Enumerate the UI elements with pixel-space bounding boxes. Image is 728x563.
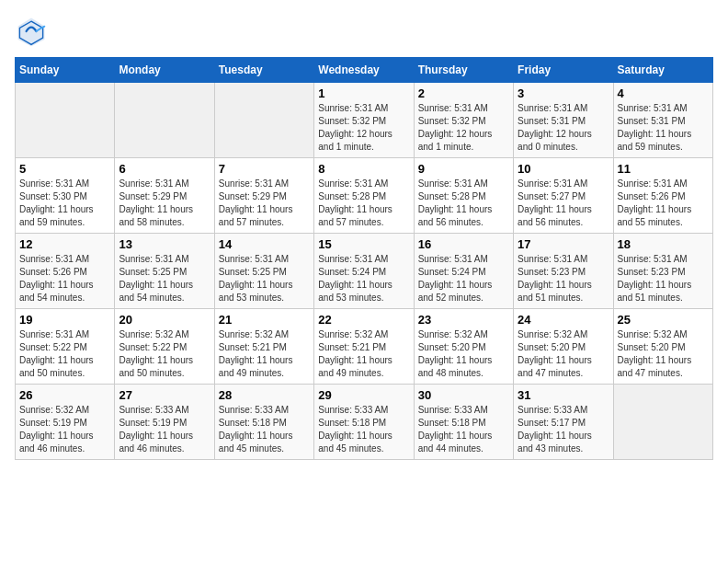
calendar-cell: 22Sunrise: 5:32 AMSunset: 5:21 PMDayligh…: [314, 309, 414, 385]
calendar-cell: [115, 83, 214, 158]
day-number: 27: [119, 388, 210, 402]
cell-details: Sunrise: 5:31 AMSunset: 5:32 PMDaylight:…: [318, 102, 409, 154]
day-number: 9: [418, 162, 509, 176]
day-number: 17: [518, 237, 609, 251]
day-number: 24: [518, 313, 609, 327]
calendar-cell: 20Sunrise: 5:32 AMSunset: 5:22 PMDayligh…: [115, 309, 214, 385]
day-number: 31: [518, 388, 609, 402]
calendar-cell: 31Sunrise: 5:33 AMSunset: 5:17 PMDayligh…: [514, 385, 613, 460]
day-number: 18: [618, 237, 709, 251]
calendar-cell: 21Sunrise: 5:32 AMSunset: 5:21 PMDayligh…: [214, 309, 313, 385]
calendar-week-row: 12Sunrise: 5:31 AMSunset: 5:26 PMDayligh…: [16, 234, 713, 309]
weekday-header: Tuesday: [214, 58, 313, 83]
cell-details: Sunrise: 5:31 AMSunset: 5:24 PMDaylight:…: [318, 253, 409, 304]
calendar-cell: 11Sunrise: 5:31 AMSunset: 5:26 PMDayligh…: [613, 158, 712, 234]
day-number: 1: [318, 86, 409, 100]
weekday-header: Sunday: [16, 58, 115, 83]
cell-details: Sunrise: 5:33 AMSunset: 5:18 PMDaylight:…: [219, 404, 310, 455]
cell-details: Sunrise: 5:31 AMSunset: 5:29 PMDaylight:…: [119, 178, 210, 229]
calendar-cell: 30Sunrise: 5:33 AMSunset: 5:18 PMDayligh…: [414, 385, 513, 460]
weekday-header: Monday: [115, 58, 214, 83]
calendar-cell: 4Sunrise: 5:31 AMSunset: 5:31 PMDaylight…: [613, 83, 712, 158]
cell-details: Sunrise: 5:31 AMSunset: 5:27 PMDaylight:…: [518, 178, 609, 229]
calendar-cell: 3Sunrise: 5:31 AMSunset: 5:31 PMDaylight…: [514, 83, 613, 158]
calendar-cell: 27Sunrise: 5:33 AMSunset: 5:19 PMDayligh…: [115, 385, 214, 460]
day-number: 14: [219, 237, 310, 251]
calendar-cell: 13Sunrise: 5:31 AMSunset: 5:25 PMDayligh…: [115, 234, 214, 309]
day-number: 5: [19, 162, 110, 176]
calendar-cell: 12Sunrise: 5:31 AMSunset: 5:26 PMDayligh…: [16, 234, 115, 309]
cell-details: Sunrise: 5:31 AMSunset: 5:23 PMDaylight:…: [618, 253, 709, 304]
weekday-header: Friday: [514, 58, 613, 83]
calendar-cell: 25Sunrise: 5:32 AMSunset: 5:20 PMDayligh…: [613, 309, 712, 385]
cell-details: Sunrise: 5:31 AMSunset: 5:30 PMDaylight:…: [19, 178, 110, 229]
day-number: 12: [19, 237, 110, 251]
calendar-week-row: 1Sunrise: 5:31 AMSunset: 5:32 PMDaylight…: [16, 83, 713, 158]
calendar-cell: 18Sunrise: 5:31 AMSunset: 5:23 PMDayligh…: [613, 234, 712, 309]
cell-details: Sunrise: 5:32 AMSunset: 5:21 PMDaylight:…: [219, 328, 310, 380]
day-number: 28: [219, 388, 310, 402]
calendar-cell: 6Sunrise: 5:31 AMSunset: 5:29 PMDaylight…: [115, 158, 214, 234]
cell-details: Sunrise: 5:32 AMSunset: 5:20 PMDaylight:…: [618, 328, 709, 380]
calendar-cell: 17Sunrise: 5:31 AMSunset: 5:23 PMDayligh…: [514, 234, 613, 309]
day-number: 11: [618, 162, 709, 176]
calendar: SundayMondayTuesdayWednesdayThursdayFrid…: [15, 57, 713, 460]
calendar-cell: 8Sunrise: 5:31 AMSunset: 5:28 PMDaylight…: [314, 158, 414, 234]
weekday-header-row: SundayMondayTuesdayWednesdayThursdayFrid…: [16, 58, 713, 83]
calendar-week-row: 19Sunrise: 5:31 AMSunset: 5:22 PMDayligh…: [16, 309, 713, 385]
calendar-week-row: 26Sunrise: 5:32 AMSunset: 5:19 PMDayligh…: [16, 385, 713, 460]
cell-details: Sunrise: 5:31 AMSunset: 5:26 PMDaylight:…: [19, 253, 110, 304]
calendar-header: SundayMondayTuesdayWednesdayThursdayFrid…: [16, 58, 713, 83]
cell-details: Sunrise: 5:32 AMSunset: 5:20 PMDaylight:…: [518, 328, 609, 380]
cell-details: Sunrise: 5:31 AMSunset: 5:28 PMDaylight:…: [418, 178, 509, 229]
day-number: 20: [119, 313, 210, 327]
cell-details: Sunrise: 5:31 AMSunset: 5:32 PMDaylight:…: [418, 102, 509, 154]
day-number: 7: [219, 162, 310, 176]
day-number: 25: [618, 313, 709, 327]
weekday-header: Wednesday: [314, 58, 414, 83]
day-number: 30: [418, 388, 509, 402]
calendar-week-row: 5Sunrise: 5:31 AMSunset: 5:30 PMDaylight…: [16, 158, 713, 234]
day-number: 13: [119, 237, 210, 251]
day-number: 19: [19, 313, 110, 327]
cell-details: Sunrise: 5:33 AMSunset: 5:18 PMDaylight:…: [318, 404, 409, 455]
cell-details: Sunrise: 5:31 AMSunset: 5:22 PMDaylight:…: [19, 328, 110, 380]
cell-details: Sunrise: 5:31 AMSunset: 5:31 PMDaylight:…: [518, 102, 609, 154]
cell-details: Sunrise: 5:33 AMSunset: 5:17 PMDaylight:…: [518, 404, 609, 455]
calendar-cell: [16, 83, 115, 158]
cell-details: Sunrise: 5:31 AMSunset: 5:23 PMDaylight:…: [518, 253, 609, 304]
cell-details: Sunrise: 5:31 AMSunset: 5:31 PMDaylight:…: [618, 102, 709, 154]
cell-details: Sunrise: 5:31 AMSunset: 5:28 PMDaylight:…: [318, 178, 409, 229]
cell-details: Sunrise: 5:33 AMSunset: 5:18 PMDaylight:…: [418, 404, 509, 455]
day-number: 6: [119, 162, 210, 176]
day-number: 29: [318, 388, 409, 402]
logo-icon: [15, 15, 48, 48]
calendar-cell: 29Sunrise: 5:33 AMSunset: 5:18 PMDayligh…: [314, 385, 414, 460]
calendar-cell: 7Sunrise: 5:31 AMSunset: 5:29 PMDaylight…: [214, 158, 313, 234]
calendar-cell: [613, 385, 712, 460]
cell-details: Sunrise: 5:33 AMSunset: 5:19 PMDaylight:…: [119, 404, 210, 455]
calendar-cell: 23Sunrise: 5:32 AMSunset: 5:20 PMDayligh…: [414, 309, 513, 385]
day-number: 4: [618, 86, 709, 100]
cell-details: Sunrise: 5:32 AMSunset: 5:21 PMDaylight:…: [318, 328, 409, 380]
calendar-cell: 15Sunrise: 5:31 AMSunset: 5:24 PMDayligh…: [314, 234, 414, 309]
cell-details: Sunrise: 5:32 AMSunset: 5:20 PMDaylight:…: [418, 328, 509, 380]
day-number: 10: [518, 162, 609, 176]
calendar-cell: 10Sunrise: 5:31 AMSunset: 5:27 PMDayligh…: [514, 158, 613, 234]
calendar-cell: 14Sunrise: 5:31 AMSunset: 5:25 PMDayligh…: [214, 234, 313, 309]
day-number: 22: [318, 313, 409, 327]
calendar-cell: 19Sunrise: 5:31 AMSunset: 5:22 PMDayligh…: [16, 309, 115, 385]
cell-details: Sunrise: 5:32 AMSunset: 5:19 PMDaylight:…: [19, 404, 110, 455]
day-number: 15: [318, 237, 409, 251]
calendar-cell: 24Sunrise: 5:32 AMSunset: 5:20 PMDayligh…: [514, 309, 613, 385]
svg-marker-0: [18, 18, 45, 47]
calendar-cell: 16Sunrise: 5:31 AMSunset: 5:24 PMDayligh…: [414, 234, 513, 309]
cell-details: Sunrise: 5:31 AMSunset: 5:29 PMDaylight:…: [219, 178, 310, 229]
cell-details: Sunrise: 5:31 AMSunset: 5:24 PMDaylight:…: [418, 253, 509, 304]
day-number: 23: [418, 313, 509, 327]
calendar-cell: [214, 83, 313, 158]
day-number: 16: [418, 237, 509, 251]
cell-details: Sunrise: 5:31 AMSunset: 5:26 PMDaylight:…: [618, 178, 709, 229]
cell-details: Sunrise: 5:32 AMSunset: 5:22 PMDaylight:…: [119, 328, 210, 380]
weekday-header: Saturday: [613, 58, 712, 83]
